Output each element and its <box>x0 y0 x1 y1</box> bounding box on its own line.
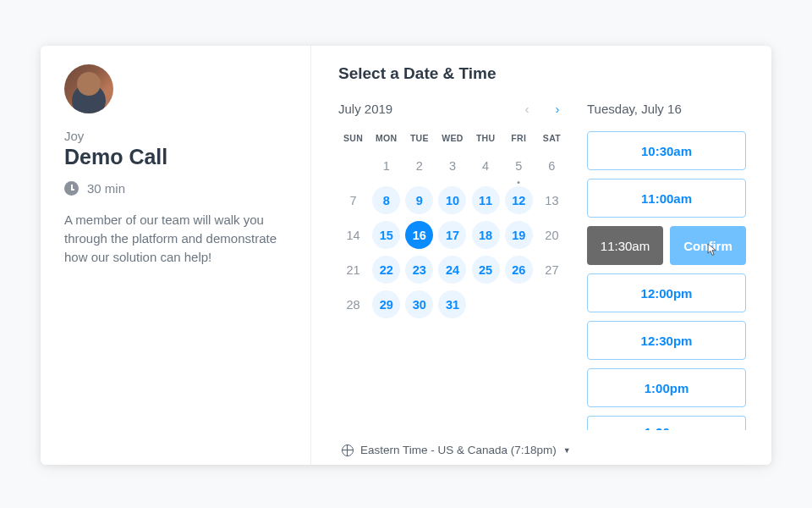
calendar-day: 3 <box>438 152 466 179</box>
scheduler-card: Joy Demo Call 30 min A member of our tea… <box>41 46 771 465</box>
timeslot-option[interactable]: 10:30am <box>587 131 746 170</box>
calendar-day: 14 <box>339 221 367 249</box>
calendar-day-available[interactable]: 24 <box>438 256 466 284</box>
calendar-day-available[interactable]: 15 <box>372 221 400 249</box>
calendar-day-available[interactable]: 9 <box>405 186 433 214</box>
timeslot-list: 10:30am11:00am11:30amConfirm12:00pm12:30… <box>587 131 748 430</box>
weekday-label: WED <box>437 130 467 152</box>
weekday-label: FRI <box>504 130 534 152</box>
weekday-label: TUE <box>404 130 434 152</box>
next-month-button[interactable]: › <box>548 102 567 116</box>
calendar-day-available[interactable]: 22 <box>372 256 400 284</box>
timeslot-option[interactable]: 11:00am <box>587 179 746 218</box>
clock-icon <box>64 181 79 196</box>
host-avatar <box>64 64 113 113</box>
calendar-day-selected[interactable]: 16 <box>405 221 433 249</box>
month-label: July 2019 <box>338 102 518 116</box>
calendar-day-available[interactable]: 8 <box>372 186 400 214</box>
calendar-day <box>339 152 367 179</box>
timeslot-selected[interactable]: 11:30am <box>587 226 663 265</box>
timeslot-option[interactable]: 12:30pm <box>587 321 746 360</box>
calendar-day-available[interactable]: 25 <box>472 256 500 284</box>
timezone-label: Eastern Time - US & Canada (7:18pm) <box>360 444 557 456</box>
calendar-day <box>538 290 566 318</box>
event-title: Demo Call <box>64 145 287 169</box>
timeslot-option[interactable]: 1:00pm <box>587 368 746 407</box>
confirm-button[interactable]: Confirm <box>670 226 746 265</box>
duration-row: 30 min <box>64 181 287 196</box>
timezone-picker[interactable]: Eastern Time - US & Canada (7:18pm) ▼ <box>338 444 748 456</box>
timeslot-option[interactable]: 12:00pm <box>587 273 746 312</box>
calendar-day: 28 <box>339 290 367 318</box>
calendar-day-available[interactable]: 30 <box>405 290 433 318</box>
weekday-label: THU <box>471 130 501 152</box>
panel-heading: Select a Date & Time <box>338 64 748 83</box>
scheduler-panel: Select a Date & Time July 2019 ‹ › SUNMO… <box>311 46 771 465</box>
calendar-day-available[interactable]: 10 <box>438 186 466 214</box>
timeslot-option[interactable]: 1:30pm <box>587 416 746 430</box>
calendar-day-available[interactable]: 31 <box>438 290 466 318</box>
weekday-label: SUN <box>338 130 368 152</box>
calendar-day: 2 <box>405 152 433 179</box>
calendar-day-available[interactable]: 19 <box>505 221 533 249</box>
calendar-day: 21 <box>339 256 367 284</box>
timeslot-panel: Tuesday, July 16 10:30am11:00am11:30amCo… <box>587 102 748 430</box>
calendar-day-available[interactable]: 11 <box>472 186 500 214</box>
calendar-day-available[interactable]: 23 <box>405 256 433 284</box>
calendar-day: 27 <box>538 256 566 284</box>
calendar-day <box>505 290 533 318</box>
weekday-label: SAT <box>537 130 567 152</box>
calendar-day <box>472 290 500 318</box>
selected-date-label: Tuesday, July 16 <box>587 102 748 116</box>
event-description: A member of our team will walk you throu… <box>64 211 287 266</box>
calendar-day: 1 <box>372 152 400 179</box>
calendar-day: 5 <box>505 152 533 179</box>
calendar-day-available[interactable]: 17 <box>438 221 466 249</box>
calendar-day-available[interactable]: 18 <box>472 221 500 249</box>
calendar-day-available[interactable]: 26 <box>505 256 533 284</box>
calendar-day: 7 <box>339 186 367 214</box>
chevron-down-icon: ▼ <box>563 446 571 455</box>
calendar-day: 13 <box>538 186 566 214</box>
globe-icon <box>342 444 354 456</box>
prev-month-button[interactable]: ‹ <box>518 102 536 116</box>
weekday-label: MON <box>371 130 401 152</box>
host-name: Joy <box>64 129 287 143</box>
duration-text: 30 min <box>87 181 125 196</box>
calendar-day: 20 <box>538 221 566 249</box>
calendar-day: 6 <box>538 152 566 179</box>
event-info-panel: Joy Demo Call 30 min A member of our tea… <box>41 46 311 465</box>
cursor-icon <box>706 242 718 257</box>
calendar-day-available[interactable]: 12 <box>505 186 533 214</box>
calendar-day: 4 <box>472 152 500 179</box>
calendar-day-available[interactable]: 29 <box>372 290 400 318</box>
calendar: July 2019 ‹ › SUNMONTUEWEDTHUFRISAT 1234… <box>338 102 567 430</box>
